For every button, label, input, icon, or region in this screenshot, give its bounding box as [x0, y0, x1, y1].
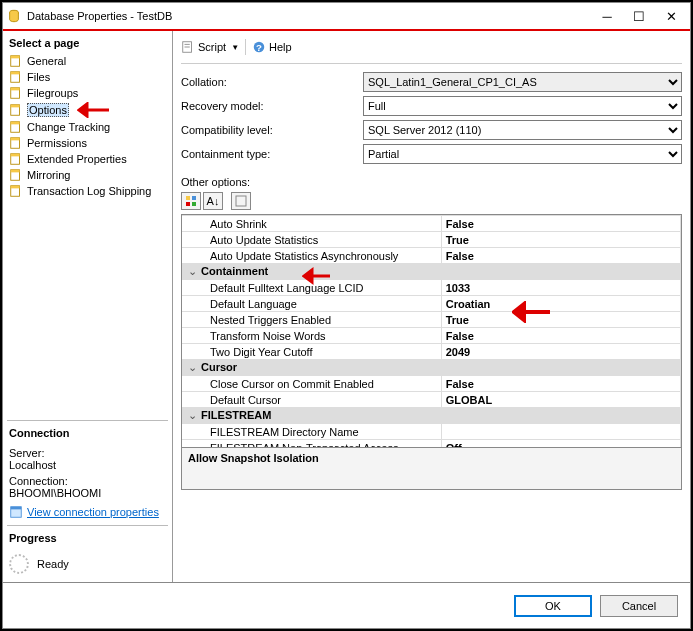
containment-type-select[interactable]: Partial — [363, 144, 682, 164]
collation-select[interactable]: SQL_Latin1_General_CP1_CI_AS — [363, 72, 682, 92]
svg-text:?: ? — [256, 42, 262, 53]
property-row[interactable]: Auto Update StatisticsTrue — [182, 232, 681, 248]
property-name: Default Fulltext Language LCID — [182, 280, 441, 296]
property-value[interactable]: 2049 — [441, 344, 680, 360]
svg-rect-4 — [11, 72, 20, 75]
property-value[interactable]: False — [441, 376, 680, 392]
alphabetical-button[interactable]: A↓ — [203, 192, 223, 210]
property-name: Default Language — [182, 296, 441, 312]
page-item-options[interactable]: Options — [7, 101, 168, 119]
svg-rect-12 — [11, 138, 20, 141]
server-label: Server: — [9, 447, 166, 459]
property-row[interactable]: Default Fulltext Language LCID1033 — [182, 280, 681, 296]
property-value[interactable]: True — [441, 232, 680, 248]
property-value[interactable]: False — [441, 216, 680, 232]
svg-rect-18 — [11, 186, 20, 189]
property-value[interactable]: Croatian — [441, 296, 680, 312]
page-item-permissions[interactable]: Permissions — [7, 135, 168, 151]
property-row[interactable]: FILESTREAM Directory Name — [182, 424, 681, 440]
database-icon — [7, 9, 21, 23]
recovery-model-select[interactable]: Full — [363, 96, 682, 116]
help-button[interactable]: ? Help — [252, 40, 292, 54]
close-button[interactable]: ✕ — [664, 9, 678, 24]
svg-rect-28 — [186, 202, 190, 206]
page-icon — [9, 120, 23, 134]
property-value[interactable]: GLOBAL — [441, 392, 680, 408]
property-name: Close Cursor on Commit Enabled — [182, 376, 441, 392]
containment-type-label: Containment type: — [181, 148, 363, 160]
property-grid: Auto ShrinkFalseAuto Update StatisticsTr… — [181, 214, 682, 490]
categorized-button[interactable] — [181, 192, 201, 210]
collapse-icon: ⌄ — [186, 265, 198, 278]
compatibility-level-select[interactable]: SQL Server 2012 (110) — [363, 120, 682, 140]
footer: OK Cancel — [3, 582, 690, 628]
grid-scroll[interactable]: Auto ShrinkFalseAuto Update StatisticsTr… — [182, 215, 681, 447]
maximize-button[interactable]: ☐ — [632, 9, 646, 24]
category-cursor[interactable]: ⌄ Cursor — [182, 360, 681, 376]
ok-button[interactable]: OK — [514, 595, 592, 617]
sort-icon: A↓ — [207, 195, 220, 207]
collapse-icon: ⌄ — [186, 409, 198, 422]
titlebar: Database Properties - TestDB ─ ☐ ✕ — [3, 3, 690, 31]
svg-rect-10 — [11, 122, 20, 125]
property-row[interactable]: Transform Noise WordsFalse — [182, 328, 681, 344]
connection-value: BHOOMI\BHOOMI — [9, 487, 166, 499]
page-item-filegroups[interactable]: Filegroups — [7, 85, 168, 101]
property-row[interactable]: FILESTREAM Non-Transacted AccessOff — [182, 440, 681, 448]
property-row[interactable]: Auto Update Statistics AsynchronouslyFal… — [182, 248, 681, 264]
compatibility-level-label: Compatibility level: — [181, 124, 363, 136]
svg-rect-29 — [192, 202, 196, 206]
svg-rect-16 — [11, 170, 20, 173]
property-row[interactable]: Nested Triggers EnabledTrue — [182, 312, 681, 328]
page-icon — [9, 70, 23, 84]
window-title: Database Properties - TestDB — [27, 10, 600, 22]
svg-rect-30 — [236, 196, 246, 206]
property-name: Transform Noise Words — [182, 328, 441, 344]
property-value[interactable]: True — [441, 312, 680, 328]
property-row[interactable]: Close Cursor on Commit EnabledFalse — [182, 376, 681, 392]
other-options-label: Other options: — [181, 176, 682, 188]
property-row[interactable]: Default CursorGLOBAL — [182, 392, 681, 408]
category-filestream[interactable]: ⌄ FILESTREAM — [182, 408, 681, 424]
script-button[interactable]: Script ▼ — [181, 40, 239, 54]
collation-label: Collation: — [181, 76, 363, 88]
connection-header: Connection — [7, 425, 168, 441]
page-item-mirroring[interactable]: Mirroring — [7, 167, 168, 183]
annotation-arrow-options — [77, 102, 111, 118]
svg-rect-20 — [11, 507, 22, 510]
pages-icon — [235, 195, 247, 207]
progress-spinner-icon — [9, 554, 29, 574]
property-name: Auto Update Statistics — [182, 232, 441, 248]
category-containment[interactable]: ⌄ Containment — [182, 264, 681, 280]
property-value[interactable] — [441, 424, 680, 440]
page-icon — [9, 184, 23, 198]
page-item-transaction-log-shipping[interactable]: Transaction Log Shipping — [7, 183, 168, 199]
property-name: FILESTREAM Non-Transacted Access — [182, 440, 441, 448]
property-name: Auto Update Statistics Asynchronously — [182, 248, 441, 264]
page-icon — [9, 152, 23, 166]
progress-status: Ready — [37, 558, 69, 570]
properties-icon — [9, 505, 23, 519]
server-value: Localhost — [9, 459, 166, 471]
page-item-change-tracking[interactable]: Change Tracking — [7, 119, 168, 135]
page-item-files[interactable]: Files — [7, 69, 168, 85]
property-value[interactable]: 1033 — [441, 280, 680, 296]
help-icon: ? — [252, 40, 266, 54]
property-row[interactable]: Auto ShrinkFalse — [182, 216, 681, 232]
select-page-header: Select a page — [7, 35, 168, 51]
page-item-general[interactable]: General — [7, 53, 168, 69]
property-pages-button[interactable] — [231, 192, 251, 210]
property-value[interactable]: False — [441, 328, 680, 344]
right-panel: Script ▼ ? Help Collation: SQL_Latin1_Ge… — [173, 31, 690, 582]
page-icon — [9, 103, 23, 117]
property-value[interactable]: False — [441, 248, 680, 264]
property-row[interactable]: Two Digit Year Cutoff2049 — [182, 344, 681, 360]
minimize-button[interactable]: ─ — [600, 9, 614, 24]
property-value[interactable]: Off — [441, 440, 680, 448]
toolbar: Script ▼ ? Help — [181, 37, 682, 64]
cancel-button[interactable]: Cancel — [600, 595, 678, 617]
collapse-icon: ⌄ — [186, 361, 198, 374]
property-row[interactable]: Default LanguageCroatian — [182, 296, 681, 312]
view-connection-properties-link[interactable]: View connection properties — [9, 505, 166, 519]
page-item-extended-properties[interactable]: Extended Properties — [7, 151, 168, 167]
